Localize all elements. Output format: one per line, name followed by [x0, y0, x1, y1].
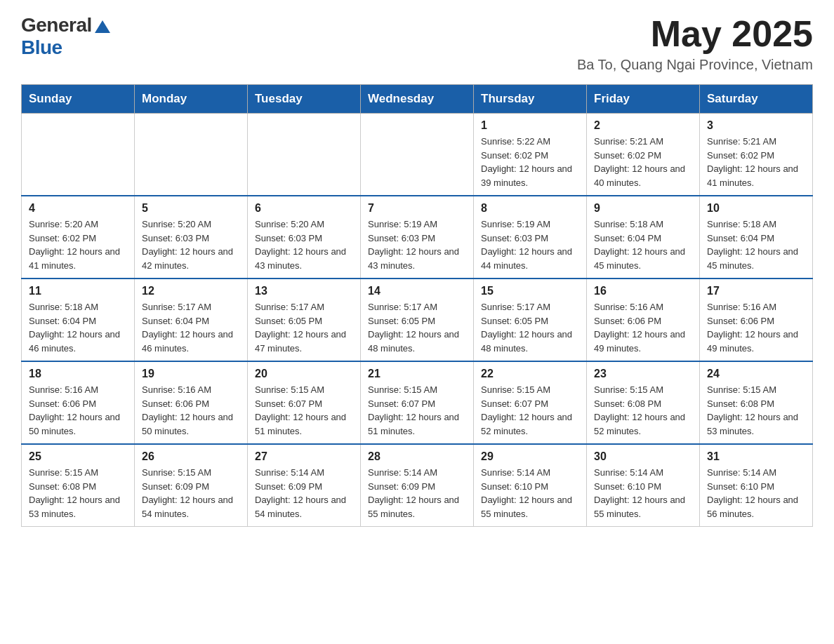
day-info: Sunrise: 5:17 AM Sunset: 6:05 PM Dayligh… [368, 300, 466, 355]
calendar-cell: 30Sunrise: 5:14 AM Sunset: 6:10 PM Dayli… [587, 444, 700, 527]
day-info: Sunrise: 5:15 AM Sunset: 6:08 PM Dayligh… [707, 383, 805, 438]
day-number: 16 [594, 285, 692, 297]
day-number: 10 [707, 202, 805, 215]
day-number: 11 [29, 285, 127, 297]
day-number: 18 [29, 368, 127, 380]
calendar-header-row: SundayMondayTuesdayWednesdayThursdayFrid… [22, 85, 813, 114]
calendar-cell: 15Sunrise: 5:17 AM Sunset: 6:05 PM Dayli… [474, 279, 587, 361]
day-number: 23 [594, 368, 692, 380]
day-number: 5 [142, 202, 240, 215]
weekday-header-thursday: Thursday [474, 85, 587, 114]
calendar-cell: 25Sunrise: 5:15 AM Sunset: 6:08 PM Dayli… [22, 444, 135, 527]
day-info: Sunrise: 5:14 AM Sunset: 6:10 PM Dayligh… [707, 466, 805, 521]
calendar-cell: 6Sunrise: 5:20 AM Sunset: 6:03 PM Daylig… [248, 196, 361, 279]
day-number: 22 [481, 368, 579, 380]
calendar-cell: 18Sunrise: 5:16 AM Sunset: 6:06 PM Dayli… [22, 361, 135, 444]
calendar-cell: 5Sunrise: 5:20 AM Sunset: 6:03 PM Daylig… [135, 196, 248, 279]
title-area: May 2025 Ba To, Quang Ngai Province, Vie… [577, 14, 813, 73]
day-number: 9 [594, 202, 692, 215]
day-info: Sunrise: 5:16 AM Sunset: 6:06 PM Dayligh… [29, 383, 127, 438]
calendar-cell: 9Sunrise: 5:18 AM Sunset: 6:04 PM Daylig… [587, 196, 700, 279]
day-info: Sunrise: 5:15 AM Sunset: 6:08 PM Dayligh… [594, 383, 692, 438]
calendar-cell: 22Sunrise: 5:15 AM Sunset: 6:07 PM Dayli… [474, 361, 587, 444]
day-info: Sunrise: 5:15 AM Sunset: 6:08 PM Dayligh… [29, 466, 127, 521]
calendar-cell: 24Sunrise: 5:15 AM Sunset: 6:08 PM Dayli… [700, 361, 813, 444]
day-number: 3 [707, 119, 805, 132]
day-info: Sunrise: 5:14 AM Sunset: 6:10 PM Dayligh… [594, 466, 692, 521]
day-info: Sunrise: 5:14 AM Sunset: 6:09 PM Dayligh… [368, 466, 466, 521]
day-info: Sunrise: 5:15 AM Sunset: 6:09 PM Dayligh… [142, 466, 240, 521]
day-info: Sunrise: 5:14 AM Sunset: 6:10 PM Dayligh… [481, 466, 579, 521]
day-number: 24 [707, 368, 805, 380]
day-number: 14 [368, 285, 466, 297]
svg-marker-0 [95, 20, 110, 33]
logo: General Blue [21, 14, 110, 59]
calendar-cell: 3Sunrise: 5:21 AM Sunset: 6:02 PM Daylig… [700, 114, 813, 196]
day-info: Sunrise: 5:15 AM Sunset: 6:07 PM Dayligh… [368, 383, 466, 438]
day-number: 25 [29, 450, 127, 463]
day-number: 1 [481, 119, 579, 132]
calendar-cell: 4Sunrise: 5:20 AM Sunset: 6:02 PM Daylig… [22, 196, 135, 279]
day-number: 20 [255, 368, 353, 380]
day-number: 31 [707, 450, 805, 463]
day-info: Sunrise: 5:22 AM Sunset: 6:02 PM Dayligh… [481, 135, 579, 189]
day-number: 28 [368, 450, 466, 463]
logo-triangle-icon [95, 19, 110, 34]
day-info: Sunrise: 5:21 AM Sunset: 6:02 PM Dayligh… [594, 135, 692, 189]
weekday-header-saturday: Saturday [700, 85, 813, 114]
calendar-table: SundayMondayTuesdayWednesdayThursdayFrid… [21, 84, 813, 527]
weekday-header-sunday: Sunday [22, 85, 135, 114]
day-number: 4 [29, 202, 127, 215]
calendar-cell: 7Sunrise: 5:19 AM Sunset: 6:03 PM Daylig… [361, 196, 474, 279]
day-number: 26 [142, 450, 240, 463]
calendar-cell: 11Sunrise: 5:18 AM Sunset: 6:04 PM Dayli… [22, 279, 135, 361]
calendar-cell: 17Sunrise: 5:16 AM Sunset: 6:06 PM Dayli… [700, 279, 813, 361]
day-info: Sunrise: 5:19 AM Sunset: 6:03 PM Dayligh… [368, 217, 466, 272]
day-info: Sunrise: 5:20 AM Sunset: 6:03 PM Dayligh… [255, 217, 353, 272]
location-title: Ba To, Quang Ngai Province, Vietnam [577, 57, 813, 73]
calendar-cell: 2Sunrise: 5:21 AM Sunset: 6:02 PM Daylig… [587, 114, 700, 196]
day-info: Sunrise: 5:15 AM Sunset: 6:07 PM Dayligh… [255, 383, 353, 438]
day-info: Sunrise: 5:19 AM Sunset: 6:03 PM Dayligh… [481, 217, 579, 272]
day-info: Sunrise: 5:20 AM Sunset: 6:03 PM Dayligh… [142, 217, 240, 272]
calendar-cell: 8Sunrise: 5:19 AM Sunset: 6:03 PM Daylig… [474, 196, 587, 279]
calendar-cell: 26Sunrise: 5:15 AM Sunset: 6:09 PM Dayli… [135, 444, 248, 527]
calendar-cell: 13Sunrise: 5:17 AM Sunset: 6:05 PM Dayli… [248, 279, 361, 361]
logo-blue-text: Blue [21, 36, 62, 58]
calendar-cell: 29Sunrise: 5:14 AM Sunset: 6:10 PM Dayli… [474, 444, 587, 527]
day-info: Sunrise: 5:16 AM Sunset: 6:06 PM Dayligh… [142, 383, 240, 438]
day-number: 30 [594, 450, 692, 463]
calendar-cell: 12Sunrise: 5:17 AM Sunset: 6:04 PM Dayli… [135, 279, 248, 361]
calendar-week-row: 1Sunrise: 5:22 AM Sunset: 6:02 PM Daylig… [22, 114, 813, 196]
day-number: 6 [255, 202, 353, 215]
calendar-week-row: 18Sunrise: 5:16 AM Sunset: 6:06 PM Dayli… [22, 361, 813, 444]
calendar-cell [22, 114, 135, 196]
calendar-week-row: 11Sunrise: 5:18 AM Sunset: 6:04 PM Dayli… [22, 279, 813, 361]
calendar-cell: 31Sunrise: 5:14 AM Sunset: 6:10 PM Dayli… [700, 444, 813, 527]
month-title: May 2025 [577, 14, 813, 54]
day-info: Sunrise: 5:18 AM Sunset: 6:04 PM Dayligh… [29, 300, 127, 355]
day-number: 2 [594, 119, 692, 132]
page-header: General Blue May 2025 Ba To, Quang Ngai … [21, 14, 813, 73]
day-info: Sunrise: 5:21 AM Sunset: 6:02 PM Dayligh… [707, 135, 805, 189]
weekday-header-monday: Monday [135, 85, 248, 114]
calendar-cell [361, 114, 474, 196]
day-number: 15 [481, 285, 579, 297]
day-number: 13 [255, 285, 353, 297]
day-number: 27 [255, 450, 353, 463]
day-info: Sunrise: 5:16 AM Sunset: 6:06 PM Dayligh… [594, 300, 692, 355]
calendar-week-row: 4Sunrise: 5:20 AM Sunset: 6:02 PM Daylig… [22, 196, 813, 279]
calendar-cell: 10Sunrise: 5:18 AM Sunset: 6:04 PM Dayli… [700, 196, 813, 279]
calendar-cell: 27Sunrise: 5:14 AM Sunset: 6:09 PM Dayli… [248, 444, 361, 527]
weekday-header-tuesday: Tuesday [248, 85, 361, 114]
calendar-cell [248, 114, 361, 196]
calendar-cell: 28Sunrise: 5:14 AM Sunset: 6:09 PM Dayli… [361, 444, 474, 527]
calendar-cell: 14Sunrise: 5:17 AM Sunset: 6:05 PM Dayli… [361, 279, 474, 361]
day-number: 19 [142, 368, 240, 380]
calendar-week-row: 25Sunrise: 5:15 AM Sunset: 6:08 PM Dayli… [22, 444, 813, 527]
day-info: Sunrise: 5:16 AM Sunset: 6:06 PM Dayligh… [707, 300, 805, 355]
day-info: Sunrise: 5:17 AM Sunset: 6:05 PM Dayligh… [255, 300, 353, 355]
calendar-cell: 20Sunrise: 5:15 AM Sunset: 6:07 PM Dayli… [248, 361, 361, 444]
day-info: Sunrise: 5:14 AM Sunset: 6:09 PM Dayligh… [255, 466, 353, 521]
calendar-cell: 1Sunrise: 5:22 AM Sunset: 6:02 PM Daylig… [474, 114, 587, 196]
